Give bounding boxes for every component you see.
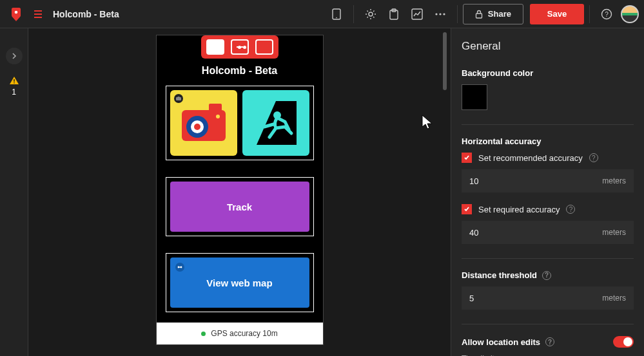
unit-label: meters <box>602 228 626 237</box>
svg-point-22 <box>216 115 220 118</box>
webmap-button[interactable]: View web map <box>170 258 309 308</box>
required-accuracy-label: Set required accuracy <box>478 205 560 214</box>
svg-rect-16 <box>177 97 179 98</box>
lock-icon <box>475 10 483 19</box>
phone-artboard[interactable]: Holcomb - Beta <box>156 35 324 345</box>
artboard-content: Holcomb - Beta <box>157 35 323 323</box>
more-icon[interactable] <box>429 3 452 26</box>
divider <box>462 324 634 324</box>
unit-label: meters <box>602 294 626 303</box>
distance-threshold-input[interactable]: 5 meters <box>462 286 634 310</box>
svg-point-8 <box>439 13 441 15</box>
svg-point-0 <box>15 10 18 14</box>
divider <box>462 124 634 125</box>
warning-icon[interactable] <box>9 76 19 85</box>
properties-panel: General Background color Horizontal accu… <box>451 28 644 356</box>
distance-threshold-label: Distance threshold ? <box>462 270 634 280</box>
status-dot-icon <box>201 332 206 336</box>
divider <box>457 5 458 23</box>
camera-icon <box>174 94 183 103</box>
distance-value: 5 <box>469 294 474 303</box>
svg-rect-26 <box>179 267 181 267</box>
horizontal-accuracy-label: Horizontal accuracy <box>462 136 634 146</box>
tile-row[interactable] <box>166 86 314 160</box>
allow-location-edits-row: Allow location edits ? <box>462 336 634 348</box>
distance-threshold-text: Distance threshold <box>462 270 537 280</box>
warning-count: 1 <box>12 88 16 97</box>
user-avatar[interactable] <box>621 5 639 23</box>
svg-point-2 <box>336 17 337 18</box>
track-button-container[interactable]: Track <box>166 177 314 236</box>
top-header: Holcomb - Beta Share Save ? <box>0 0 644 28</box>
svg-text:?: ? <box>605 10 609 17</box>
design-canvas[interactable]: Holcomb - Beta <box>28 28 451 356</box>
webmap-button-container[interactable]: View web map <box>166 253 314 312</box>
info-icon[interactable]: ? <box>542 271 551 280</box>
recommended-value: 10 <box>469 176 478 186</box>
allow-location-edits-label: Allow location edits <box>462 337 540 347</box>
unit-label: meters <box>602 176 626 185</box>
divider <box>589 5 590 23</box>
background-color-label: Background color <box>462 68 634 78</box>
menu-bars-icon[interactable] <box>31 7 45 21</box>
background-color-swatch[interactable] <box>462 84 487 110</box>
element-toolbar <box>201 35 278 59</box>
camera-illustration-icon <box>178 101 229 145</box>
allow-location-edits-toggle[interactable] <box>613 336 634 348</box>
left-rail: 1 <box>0 28 28 356</box>
device-preview-icon[interactable] <box>325 3 348 26</box>
scrollbar-thumb[interactable] <box>443 32 447 90</box>
svg-rect-14 <box>14 82 14 83</box>
artboard-title[interactable]: Holcomb - Beta <box>202 65 277 77</box>
expand-rail-button[interactable] <box>6 48 23 64</box>
track-label: Track <box>227 201 252 212</box>
share-label: Share <box>488 9 511 19</box>
analytics-icon[interactable] <box>405 3 429 26</box>
camera-tile[interactable] <box>170 90 237 156</box>
svg-rect-13 <box>14 79 14 82</box>
project-title: Holcomb - Beta <box>53 9 119 19</box>
save-button[interactable]: Save <box>530 4 584 24</box>
track-button[interactable]: Track <box>170 182 309 232</box>
required-accuracy-row: Set required accuracy ? <box>462 204 634 214</box>
recommended-accuracy-row: Set recommended accuracy ? <box>462 153 634 163</box>
app-logo-icon <box>9 7 23 21</box>
toolbar-button-fill[interactable] <box>206 39 224 55</box>
divider <box>353 5 354 23</box>
required-value: 40 <box>469 228 478 238</box>
required-accuracy-input[interactable]: 40 meters <box>462 221 634 244</box>
climber-illustration-icon <box>250 97 302 149</box>
climber-tile[interactable] <box>242 90 309 156</box>
share-button[interactable]: Share <box>463 4 523 24</box>
cursor-icon <box>422 115 433 130</box>
info-icon[interactable]: ? <box>545 337 554 346</box>
recommended-accuracy-input[interactable]: 10 meters <box>462 169 634 192</box>
recommended-accuracy-checkbox[interactable] <box>462 153 472 163</box>
toolbar-button-outline[interactable] <box>255 39 273 55</box>
help-icon[interactable]: ? <box>595 3 618 26</box>
webmap-label: View web map <box>206 277 272 288</box>
info-icon[interactable]: ? <box>589 153 598 162</box>
toolbar-button-link[interactable] <box>231 39 249 55</box>
svg-point-3 <box>369 12 373 16</box>
recommended-accuracy-label: Set recommended accuracy <box>478 153 583 163</box>
svg-rect-15 <box>176 97 181 100</box>
link-icon <box>175 263 184 272</box>
svg-point-21 <box>194 124 200 130</box>
settings-gear-icon[interactable] <box>359 3 382 26</box>
info-icon[interactable]: ? <box>566 205 575 214</box>
svg-point-9 <box>443 13 445 15</box>
clipboard-icon[interactable] <box>382 3 405 26</box>
panel-title: General <box>462 40 634 53</box>
required-accuracy-checkbox[interactable] <box>462 204 472 214</box>
svg-point-7 <box>435 13 437 15</box>
divider <box>462 258 634 259</box>
artboard-footer[interactable]: GPS accuracy 10m <box>157 323 323 344</box>
gps-status: GPS accuracy 10m <box>211 329 277 338</box>
svg-rect-18 <box>209 104 222 111</box>
save-label: Save <box>547 9 567 19</box>
svg-rect-10 <box>476 14 482 18</box>
